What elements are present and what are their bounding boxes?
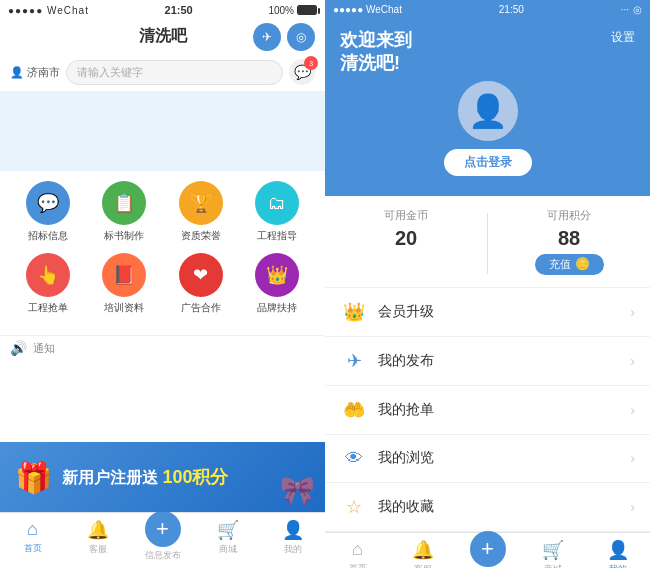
right-time: 21:50 (499, 4, 524, 15)
bid-icon: 💬 (26, 181, 70, 225)
search-placeholder: 请输入关键字 (77, 66, 143, 78)
mine-label: 我的 (284, 543, 302, 556)
mygrab-label: 我的抢单 (378, 401, 630, 419)
menu-item-mypost[interactable]: ✈ 我的发布 › (325, 337, 650, 386)
sidebar-item-grab[interactable]: 👆 工程抢单 (18, 253, 78, 315)
coins-stat: 可用金币 20 (325, 208, 487, 279)
location-text: 济南市 (27, 65, 60, 80)
coins-value: 20 (395, 227, 417, 250)
service-label: 客服 (414, 563, 432, 568)
mine-icon: 👤 (282, 519, 304, 541)
login-button[interactable]: 点击登录 (444, 149, 532, 176)
right-nav-service[interactable]: 🔔 客服 (390, 537, 455, 568)
mine-icon: 👤 (607, 539, 629, 561)
grab-icon: 🤲 (340, 399, 368, 421)
left-nav-home[interactable]: ⌂ 首页 (0, 517, 65, 564)
right-nav-home[interactable]: ⌂ 首页 (325, 537, 390, 568)
brand-icon: 👑 (255, 253, 299, 297)
shop-label: 商城 (219, 543, 237, 556)
right-nav-mine[interactable]: 👤 我的 (585, 537, 650, 568)
promo-text: 新用户注册送 (62, 469, 158, 486)
right-nav-post[interactable]: + 信息发布 (455, 537, 520, 568)
chevron-right-icon: › (630, 353, 635, 369)
post-plus-icon: + (145, 511, 181, 547)
sidebar-item-guide[interactable]: 🗂 工程指导 (247, 181, 307, 243)
notice-bar: 🔊 通知 (0, 335, 325, 360)
mypost-label: 我的发布 (378, 352, 630, 370)
sidebar-item-ad[interactable]: ❤ 广告合作 (171, 253, 231, 315)
home-icon: ⌂ (352, 539, 363, 560)
service-icon: 🔔 (87, 519, 109, 541)
message-badge: 3 (304, 56, 318, 70)
promo-decoration: 🎀 (280, 474, 315, 507)
recharge-label: 充值 (549, 257, 571, 272)
right-bottom-nav: ⌂ 首页 🔔 客服 + 信息发布 🛒 商城 👤 我的 (325, 532, 650, 568)
message-badge-wrapper: 💬 3 (289, 59, 315, 85)
welcome-text: 欢迎来到清洗吧! (340, 29, 635, 76)
person-icon: 👤 (10, 66, 24, 79)
left-nav-shop[interactable]: 🛒 商城 (195, 517, 260, 564)
menu-item-myfav[interactable]: ☆ 我的收藏 › (325, 483, 650, 532)
recharge-button[interactable]: 充值 🪙 (535, 254, 604, 275)
service-icon: 🔔 (412, 539, 434, 561)
promo-banner[interactable]: 🎁 新用户注册送 100积分 🎀 (0, 442, 325, 512)
left-nav-post[interactable]: + 信息发布 (130, 517, 195, 564)
shop-icon: 🛒 (217, 519, 239, 541)
menu-item-mygrab[interactable]: 🤲 我的抢单 › (325, 386, 650, 435)
quality-icon: 🏆 (179, 181, 223, 225)
brand-label: 品牌扶持 (257, 301, 297, 315)
sidebar-item-brand[interactable]: 👑 品牌扶持 (247, 253, 307, 315)
left-icons-grid: 💬 招标信息 📋 标书制作 🏆 资质荣誉 🗂 工程指导 👆 工程抢单 (0, 171, 325, 335)
right-battery-dots: ··· (621, 4, 629, 15)
menu-item-vip[interactable]: 👑 会员升级 › (325, 288, 650, 337)
mybrowse-label: 我的浏览 (378, 449, 630, 467)
send-icon-button[interactable]: ✈ (253, 23, 281, 51)
grab-label: 工程抢单 (28, 301, 68, 315)
points-label: 可用积分 (547, 208, 591, 223)
right-panel: ●●●●● WeChat 21:50 ··· ◎ 欢迎来到清洗吧! 设置 👤 点… (325, 0, 650, 568)
left-nav-mine[interactable]: 👤 我的 (260, 517, 325, 564)
left-panel: ●●●●● WeChat 21:50 100% 清洗吧 ✈ ◎ 👤 济南市 请输… (0, 0, 325, 568)
home-label: 首页 (349, 562, 367, 568)
notice-icon: 🔊 (10, 340, 27, 356)
crown-icon: 👑 (340, 301, 368, 323)
sidebar-item-quality[interactable]: 🏆 资质荣誉 (171, 181, 231, 243)
chevron-right-icon: › (630, 304, 635, 320)
recharge-btn-wrap: 充值 🪙 (535, 254, 604, 279)
coins-label: 可用金币 (384, 208, 428, 223)
left-time: 21:50 (165, 4, 193, 16)
sidebar-item-train[interactable]: 📕 培训资料 (94, 253, 154, 315)
send-icon: ✈ (340, 350, 368, 372)
target-icon: ◎ (296, 30, 306, 44)
right-menu-list: 👑 会员升级 › ✈ 我的发布 › 🤲 我的抢单 › 👁 我的浏览 › ☆ 我的… (325, 288, 650, 532)
post-label: 信息发布 (145, 549, 181, 562)
sidebar-item-book[interactable]: 📋 标书制作 (94, 181, 154, 243)
guide-label: 工程指导 (257, 229, 297, 243)
sidebar-item-bid[interactable]: 💬 招标信息 (18, 181, 78, 243)
train-label: 培训资料 (104, 301, 144, 315)
right-nav-shop[interactable]: 🛒 商城 (520, 537, 585, 568)
left-battery: 100% (268, 5, 317, 16)
location-button[interactable]: 👤 济南市 (10, 65, 60, 80)
avatar: 👤 (458, 81, 518, 141)
gift-icon: 🎁 (15, 460, 52, 495)
send-icon: ✈ (262, 30, 272, 44)
post-plus-icon: + (470, 531, 506, 567)
coin-icon: 🪙 (575, 257, 590, 271)
ad-icon: ❤ (179, 253, 223, 297)
left-banner (0, 91, 325, 171)
book-icon: 📋 (102, 181, 146, 225)
menu-item-mybrowse[interactable]: 👁 我的浏览 › (325, 435, 650, 483)
search-input[interactable]: 请输入关键字 (66, 60, 283, 85)
settings-link[interactable]: 设置 (611, 29, 635, 46)
right-header: 欢迎来到清洗吧! 设置 👤 点击登录 (325, 19, 650, 196)
left-nav-service[interactable]: 🔔 客服 (65, 517, 130, 564)
avatar-container: 👤 (340, 81, 635, 141)
train-icon: 📕 (102, 253, 146, 297)
location-search-bar: 👤 济南市 请输入关键字 💬 3 (0, 53, 325, 91)
battery-icon (297, 5, 317, 15)
right-target-icon: ◎ (633, 4, 642, 15)
target-icon-button[interactable]: ◎ (287, 23, 315, 51)
service-label: 客服 (89, 543, 107, 556)
grab-icon: 👆 (26, 253, 70, 297)
